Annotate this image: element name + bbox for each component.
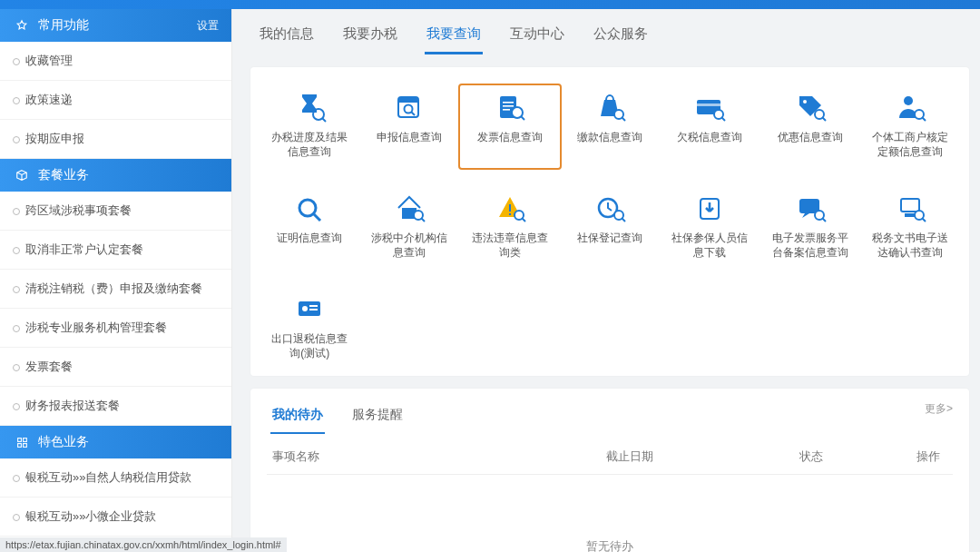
grid-item-payment[interactable]: 缴款信息查询 (560, 85, 660, 168)
bag-search-icon (592, 91, 628, 123)
col-name: 事项名称 (272, 448, 606, 465)
warn-search-icon (492, 192, 528, 224)
sidebar-item[interactable]: 收藏管理 (0, 42, 231, 81)
svg-rect-19 (697, 104, 720, 106)
grid-item-invoice[interactable]: 发票信息查询 (460, 85, 560, 168)
sidebar-group-title: 常用功能 (38, 17, 89, 34)
grid-label: 欠税信息查询 (677, 131, 742, 145)
grid-item-preferential[interactable]: 优惠信息查询 (760, 85, 859, 168)
grid-label: 缴款信息查询 (577, 131, 642, 145)
sidebar-group-package: 套餐业务 (0, 159, 231, 192)
grid-item-document[interactable]: 税务文书电子送达确认书查询 (860, 186, 960, 269)
svg-line-36 (522, 218, 525, 222)
grid4-icon (15, 435, 29, 449)
svg-rect-44 (901, 199, 919, 212)
grid-label: 证明信息查询 (277, 232, 342, 246)
svg-rect-7 (398, 97, 418, 103)
sidebar-item[interactable]: 银税互动»»小微企业贷款 (0, 498, 231, 537)
tab-query[interactable]: 我要查询 (425, 20, 483, 54)
svg-line-15 (521, 116, 524, 120)
grid-item-progress[interactable]: 办税进度及结果信息查询 (260, 85, 359, 168)
grid-label: 申报信息查询 (377, 131, 442, 145)
clock-search-icon (592, 192, 628, 224)
cube-icon (15, 168, 29, 182)
svg-rect-11 (503, 102, 514, 104)
col-deadline: 截止日期 (606, 448, 758, 465)
grid-item-owe[interactable]: 欠税信息查询 (660, 85, 760, 168)
sidebar-item[interactable]: 清税注销税（费）申报及缴纳套餐 (0, 270, 231, 309)
grid-item-intermediary[interactable]: 涉税中介机构信息查询 (359, 186, 459, 269)
subtab-todo[interactable]: 我的待办 (270, 398, 325, 434)
more-link[interactable]: 更多> (925, 401, 953, 417)
svg-line-21 (721, 117, 725, 121)
house-search-icon (391, 192, 427, 224)
person-search-icon (892, 91, 928, 123)
svg-point-25 (904, 96, 913, 105)
svg-rect-2 (17, 443, 21, 447)
sidebar-group-title: 套餐业务 (38, 167, 89, 183)
sidebar: 常用功能 设置 收藏管理 政策速递 按期应申报 套餐业务 跨区域涉税事项套餐 取… (0, 9, 232, 552)
main-tabs: 我的信息 我要办税 我要查询 互动中心 公众服务 (250, 9, 969, 54)
sidebar-item[interactable]: 发票套餐 (0, 348, 231, 387)
tab-public[interactable]: 公众服务 (592, 20, 650, 54)
tab-handle-tax[interactable]: 我要办税 (341, 20, 399, 54)
svg-line-27 (922, 117, 926, 121)
grid-item-einvoice[interactable]: 电子发票服务平台备案信息查询 (760, 186, 859, 269)
tab-interact[interactable]: 互动中心 (508, 20, 566, 54)
mag-icon (291, 192, 328, 224)
grid-item-individual[interactable]: 个体工商户核定定额信息查询 (860, 85, 960, 168)
svg-rect-34 (509, 213, 511, 215)
grid-label: 出口退税信息查询(测试) (269, 332, 350, 360)
sidebar-item[interactable]: 涉税专业服务机构管理套餐 (0, 309, 231, 348)
subtab-notice[interactable]: 服务提醒 (350, 398, 405, 434)
tab-my-info[interactable]: 我的信息 (258, 20, 316, 54)
grid-item-certificate[interactable]: 证明信息查询 (260, 186, 359, 269)
idcard-icon (291, 292, 328, 325)
svg-point-22 (803, 100, 807, 104)
svg-rect-13 (503, 109, 510, 111)
grid-label: 社保登记查询 (577, 232, 642, 246)
grid-item-violation[interactable]: 违法违章信息查询类 (460, 186, 560, 269)
sidebar-item[interactable]: 银税互动»»自然人纳税信用贷款 (0, 458, 231, 498)
svg-line-39 (622, 218, 625, 222)
grid-item-social[interactable]: 社保登记查询 (560, 186, 660, 269)
query-icon-grid: 办税进度及结果信息查询 申报信息查询 发票信息查询 缴款信息查询 欠税信息查询 … (250, 67, 969, 376)
grid-label: 违法违章信息查询类 (469, 232, 551, 260)
svg-line-32 (421, 218, 425, 222)
grid-item-social-download[interactable]: 社保参保人员信息下载 (660, 186, 760, 269)
svg-line-47 (922, 218, 926, 222)
svg-rect-0 (17, 438, 21, 441)
layout: 常用功能 设置 收藏管理 政策速递 按期应申报 套餐业务 跨区域涉税事项套餐 取… (0, 9, 980, 552)
date-search-icon (391, 91, 427, 123)
card-search-icon (691, 91, 728, 123)
svg-rect-50 (309, 305, 318, 307)
sidebar-settings-button[interactable]: 设置 (197, 18, 219, 34)
device-search-icon (892, 192, 928, 224)
svg-line-17 (622, 117, 625, 121)
main-content: 我的信息 我要办税 我要查询 互动中心 公众服务 办税进度及结果信息查询 申报信… (232, 9, 980, 552)
svg-point-49 (302, 306, 308, 311)
sidebar-item[interactable]: 财务报表报送套餐 (0, 387, 231, 426)
download-icon (691, 192, 728, 224)
svg-rect-3 (23, 443, 26, 447)
sidebar-group-common: 常用功能 设置 (0, 9, 231, 42)
col-action: 操作 (864, 448, 947, 465)
svg-rect-51 (309, 309, 318, 310)
sidebar-item[interactable]: 取消非正常户认定套餐 (0, 231, 231, 270)
grid-label: 电子发票服务平台备案信息查询 (769, 232, 851, 260)
star-outline-icon (15, 18, 29, 33)
grid-item-export[interactable]: 出口退税信息查询(测试) (260, 287, 359, 370)
hourglass-search-icon (291, 91, 328, 123)
svg-line-29 (314, 214, 320, 221)
svg-line-9 (411, 112, 415, 115)
sidebar-item[interactable]: 政策速递 (0, 81, 231, 120)
top-accent-bar (0, 0, 980, 9)
todo-table-header: 事项名称 截止日期 状态 操作 (267, 439, 953, 475)
sidebar-item[interactable]: 跨区域涉税事项套餐 (0, 192, 231, 231)
grid-item-declare[interactable]: 申报信息查询 (359, 85, 459, 168)
sidebar-item[interactable]: 按期应申报 (0, 120, 231, 159)
svg-point-28 (299, 200, 316, 216)
col-status: 状态 (758, 448, 864, 465)
svg-rect-1 (23, 438, 26, 441)
todo-card: 我的待办 服务提醒 更多> 事项名称 截止日期 状态 操作 暂无待办 (250, 389, 969, 552)
